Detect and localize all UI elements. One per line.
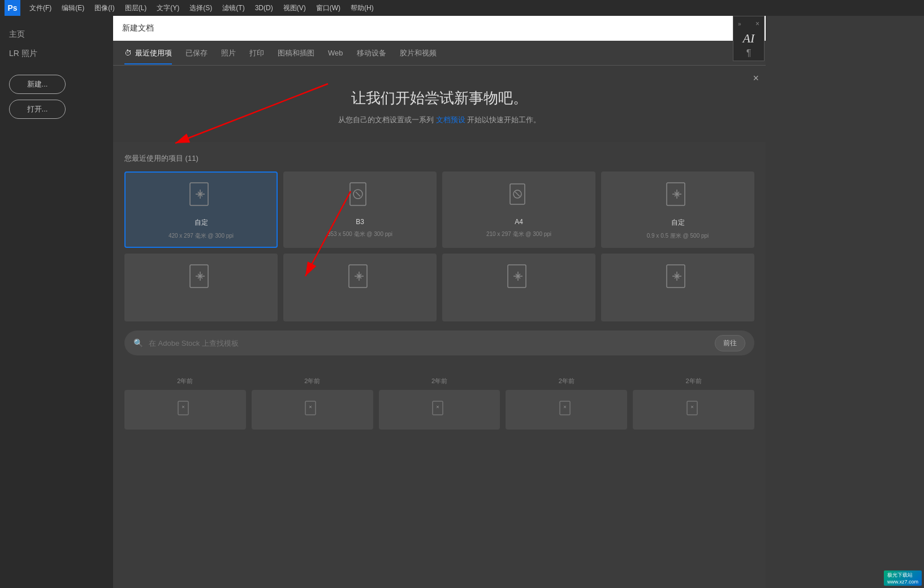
mini-card-2[interactable] (379, 390, 500, 430)
mini-card-4[interactable] (633, 390, 754, 430)
svg-rect-36 (178, 401, 188, 415)
svg-line-10 (515, 192, 520, 196)
tab-web[interactable]: Web (328, 43, 343, 63)
main-layout: 主页 LR 照片 新建... 打开... 新建文档 × ⏱ 最近使用项 已保存 … (0, 16, 924, 588)
menubar: Ps 文件(F) 编辑(E) 图像(I) 图层(L) 文字(Y) 选择(S) 滤… (0, 0, 924, 16)
content-area: 新建文档 × ⏱ 最近使用项 已保存 照片 打印 图稿和插图 Web 移动设备 … (113, 16, 924, 588)
menu-image[interactable]: 图像(I) (90, 2, 119, 15)
tab-recent[interactable]: ⏱ 最近使用项 (124, 42, 172, 64)
mini-card-icon-4 (686, 401, 702, 419)
mini-card-icon-0 (177, 401, 193, 419)
watermark: 极光下载站 www.xz7.com (884, 570, 922, 586)
search-bar: 🔍 前往 (124, 331, 754, 355)
menu-file[interactable]: 文件(F) (25, 2, 56, 15)
timestamps-row: 2年前 2年前 2年前 2年前 2年前 (113, 369, 766, 388)
timestamp-4: 2年前 (633, 375, 754, 388)
menu-view[interactable]: 视图(V) (279, 2, 310, 15)
preset-icon-r2-1 (347, 264, 374, 295)
preset-grid-row1: 自定 420 x 297 毫米 @ 300 ppi B3 353 x 500 毫… (124, 171, 754, 248)
preset-card-2[interactable]: A4 210 x 297 毫米 @ 300 ppi (442, 171, 595, 248)
ai-float-close-button[interactable]: × (755, 20, 759, 28)
tab-mobile[interactable]: 移动设备 (357, 42, 386, 64)
preset-card-r2-3[interactable] (601, 254, 754, 321)
open-button[interactable]: 打开... (9, 100, 66, 119)
preset-card-0[interactable]: 自定 420 x 297 毫米 @ 300 ppi (124, 171, 278, 248)
preset-grid-row2 (124, 254, 754, 321)
hero-title: 让我们开始尝试新事物吧。 (124, 88, 754, 108)
preset-icon-2 (506, 182, 533, 213)
hero-close-button[interactable]: × (753, 72, 759, 84)
dialog-title: 新建文档 (122, 23, 154, 33)
tab-photo[interactable]: 照片 (221, 42, 236, 64)
menu-edit[interactable]: 编辑(E) (57, 2, 89, 15)
tabs-bar: ⏱ 最近使用项 已保存 照片 打印 图稿和插图 Web 移动设备 胶片和视频 (113, 41, 766, 66)
search-icon: 🔍 (133, 338, 143, 347)
ai-float-panel: » × AI ¶ (733, 16, 765, 61)
search-input[interactable] (149, 339, 709, 347)
mini-card-icon-1 (304, 401, 320, 419)
hero-subtitle: 从您自己的文档设置或一系列 文档预设 开始以快速开始工作。 (124, 115, 754, 125)
mini-card-1[interactable] (252, 390, 373, 430)
timestamp-2: 2年前 (379, 375, 500, 388)
mini-card-0[interactable] (124, 390, 246, 430)
timestamp-0: 2年前 (124, 375, 246, 388)
preset-card-r2-1[interactable] (283, 254, 437, 321)
preset-icon-3 (664, 182, 692, 213)
preset-dims-0: 420 x 297 毫米 @ 300 ppi (169, 232, 234, 240)
dialog-header: 新建文档 × (113, 16, 766, 41)
tab-print[interactable]: 打印 (249, 42, 264, 64)
bottom-cards-row (113, 388, 766, 435)
ai-letter: AI (736, 31, 762, 46)
hero-section: × 让我们开始尝试新事物吧。 从您自己的文档设置或一系列 文档预设 开始以快速开… (113, 66, 766, 142)
hero-link[interactable]: 文档预设 (436, 115, 465, 124)
new-button[interactable]: 新建... (9, 75, 66, 94)
preset-name-2: A4 (515, 218, 523, 226)
new-document-dialog: 新建文档 × ⏱ 最近使用项 已保存 照片 打印 图稿和插图 Web 移动设备 … (113, 16, 766, 588)
menu-help[interactable]: 帮助(H) (346, 2, 378, 15)
tab-saved[interactable]: 已保存 (185, 42, 208, 64)
menu-layer[interactable]: 图层(L) (120, 2, 152, 15)
menu-3d[interactable]: 3D(D) (251, 2, 278, 14)
preset-dims-2: 210 x 297 毫米 @ 300 ppi (486, 230, 551, 238)
preset-icon-r2-3 (664, 264, 692, 295)
mini-card-icon-2 (431, 401, 447, 419)
sidebar-item-home[interactable]: 主页 (9, 27, 104, 42)
timestamp-3: 2年前 (506, 375, 627, 388)
mini-card-3[interactable] (506, 390, 627, 430)
search-goto-button[interactable]: 前往 (715, 335, 745, 351)
sidebar-item-lr[interactable]: LR 照片 (9, 46, 104, 61)
preset-icon-0 (188, 182, 215, 213)
svg-rect-45 (560, 401, 570, 415)
menu-filter[interactable]: 滤镜(T) (218, 2, 249, 15)
preset-card-1[interactable]: B3 353 x 500 毫米 @ 300 ppi (283, 171, 437, 248)
mini-card-icon-3 (559, 401, 575, 419)
svg-rect-42 (433, 401, 443, 415)
recent-header: 您最近使用的项目 (11) (124, 153, 754, 164)
dialog-body: × 让我们开始尝试新事物吧。 从您自己的文档设置或一系列 文档预设 开始以快速开… (113, 66, 766, 588)
svg-rect-39 (305, 401, 316, 415)
menu-select[interactable]: 选择(S) (185, 2, 217, 15)
menu-text[interactable]: 文字(Y) (152, 2, 184, 15)
preset-icon-1 (347, 182, 374, 213)
preset-card-r2-0[interactable] (124, 254, 278, 321)
ai-float-header: » × (736, 19, 762, 29)
tab-art[interactable]: 图稿和插图 (278, 42, 314, 64)
sidebar: 主页 LR 照片 新建... 打开... (0, 16, 113, 588)
preset-name-3: 自定 (671, 218, 685, 228)
preset-name-0: 自定 (195, 218, 208, 228)
clock-icon: ⏱ (124, 49, 132, 57)
preset-name-1: B3 (356, 218, 364, 226)
paragraph-symbol: ¶ (736, 48, 762, 58)
recent-section: 您最近使用的项目 (11) 自定 420 (113, 142, 766, 369)
sidebar-buttons: 新建... 打开... (9, 75, 104, 119)
preset-card-3[interactable]: 自定 0.9 x 0.5 厘米 @ 500 ppi (601, 171, 754, 248)
timestamp-1: 2年前 (252, 375, 373, 388)
preset-card-r2-2[interactable] (442, 254, 595, 321)
menu-window[interactable]: 窗口(W) (312, 2, 345, 15)
preset-icon-r2-2 (506, 264, 533, 295)
svg-rect-48 (687, 401, 697, 415)
preset-dims-1: 353 x 500 毫米 @ 300 ppi (327, 230, 392, 238)
preset-icon-r2-0 (188, 264, 215, 295)
svg-line-7 (356, 192, 360, 196)
tab-film[interactable]: 胶片和视频 (400, 42, 437, 64)
